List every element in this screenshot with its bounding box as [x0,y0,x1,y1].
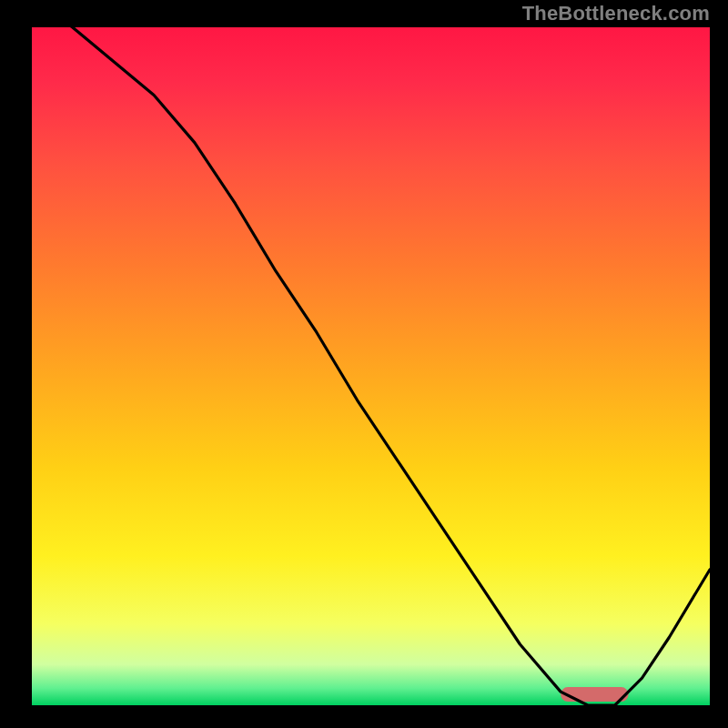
plot-background [32,27,710,705]
optimal-range-marker [561,687,629,702]
bottleneck-chart [0,0,728,728]
chart-frame: TheBottleneck.com [0,0,728,728]
